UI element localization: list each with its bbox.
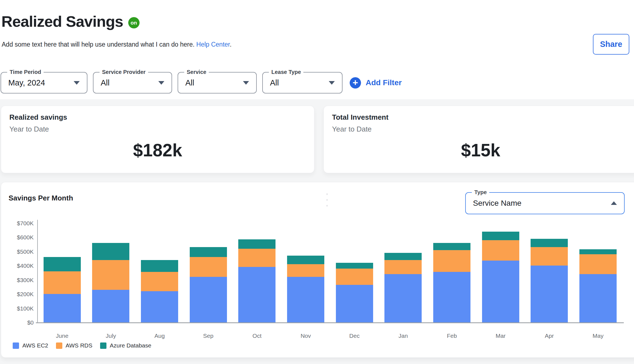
- legend-item[interactable]: AWS EC2: [13, 342, 48, 349]
- bar-segment[interactable]: [336, 269, 373, 285]
- stacked-bar-apr[interactable]: [531, 239, 568, 322]
- bar-segment[interactable]: [482, 232, 519, 240]
- bar-segment[interactable]: [287, 256, 324, 264]
- stacked-bar-mar[interactable]: [482, 232, 519, 322]
- bar-segment[interactable]: [190, 277, 227, 322]
- legend-swatch: [13, 342, 19, 349]
- card-value: $182k: [9, 140, 306, 160]
- stacked-bar-july[interactable]: [92, 243, 129, 322]
- bar-segment[interactable]: [433, 250, 470, 272]
- subtitle-suffix: .: [230, 41, 231, 48]
- x-tick-label: July: [87, 333, 135, 339]
- lease-type-value: All: [270, 78, 279, 87]
- bar-plot: [38, 223, 622, 322]
- stacked-bar-aug[interactable]: [141, 260, 178, 322]
- bar-segment[interactable]: [141, 272, 178, 291]
- x-tick-label: Oct: [233, 333, 281, 339]
- lease-type-select[interactable]: Lease Type All: [262, 72, 343, 93]
- add-filter-button[interactable]: + Add Filter: [350, 77, 402, 89]
- legend-item[interactable]: Azure Database: [100, 342, 151, 349]
- service-provider-select[interactable]: Service Provider All: [93, 72, 172, 93]
- bar-segment[interactable]: [531, 247, 568, 266]
- card-title: Realized savings: [9, 113, 306, 122]
- stacked-bar-dec[interactable]: [336, 263, 373, 322]
- x-tick-label: Sep: [184, 333, 232, 339]
- bar-segment[interactable]: [433, 272, 470, 322]
- bar-segment[interactable]: [579, 249, 617, 254]
- bar-segment[interactable]: [141, 291, 178, 322]
- stacked-bar-june[interactable]: [44, 257, 81, 322]
- legend-label: Azure Database: [110, 342, 151, 349]
- kebab-menu-icon[interactable]: [324, 192, 330, 208]
- bar-segment[interactable]: [44, 294, 81, 322]
- help-center-link[interactable]: Help Center: [196, 41, 230, 48]
- bar-segment[interactable]: [238, 249, 275, 267]
- bar-segment[interactable]: [92, 290, 129, 322]
- x-axis-labels: JuneJulyAugSepOctNovDecJanFebMarAprMay: [38, 333, 622, 339]
- bar-segment[interactable]: [384, 260, 422, 274]
- bar-segment[interactable]: [92, 243, 129, 260]
- time-period-value: May, 2024: [8, 78, 45, 87]
- card-subtitle: Year to Date: [332, 125, 629, 133]
- realized-savings-card: Realized savings Year to Date $182k: [1, 106, 314, 173]
- bar-segment[interactable]: [287, 277, 324, 322]
- chevron-down-icon: [158, 81, 164, 85]
- bar-segment[interactable]: [531, 239, 568, 247]
- bar-segment[interactable]: [238, 239, 275, 248]
- y-tick-label: $0: [1, 319, 34, 326]
- bar-segment[interactable]: [287, 264, 324, 277]
- stacked-bar-may[interactable]: [579, 249, 617, 322]
- chart-title: Savings Per Month: [9, 194, 73, 202]
- type-select[interactable]: Type Service Name: [465, 192, 625, 214]
- bar-segment[interactable]: [579, 254, 617, 274]
- card-title: Total Investment: [332, 113, 629, 122]
- stacked-bar-feb[interactable]: [433, 243, 470, 322]
- y-tick-label: $500K: [1, 248, 34, 255]
- y-tick-label: $300K: [1, 277, 34, 283]
- time-period-label: Time Period: [7, 69, 44, 75]
- bar-segment[interactable]: [92, 260, 129, 290]
- x-tick-label: Apr: [525, 333, 574, 339]
- legend-label: AWS EC2: [22, 342, 48, 349]
- bar-segment[interactable]: [336, 263, 373, 269]
- x-tick-label: Aug: [135, 333, 184, 339]
- service-select[interactable]: Service All: [178, 72, 257, 93]
- y-tick-label: $600K: [1, 234, 34, 241]
- legend-label: AWS RDS: [66, 342, 92, 349]
- bar-segment[interactable]: [433, 243, 470, 250]
- x-tick-label: Dec: [330, 333, 379, 339]
- service-value: All: [185, 78, 194, 87]
- bar-segment[interactable]: [238, 267, 275, 322]
- stacked-bar-sep[interactable]: [190, 247, 227, 322]
- x-axis-line: [36, 322, 624, 323]
- bar-segment[interactable]: [44, 271, 81, 294]
- bar-segment[interactable]: [190, 257, 227, 277]
- on-toggle-badge[interactable]: on: [128, 17, 140, 28]
- realized-savings-page: Realized Savings on Add some text here t…: [0, 0, 634, 364]
- time-period-select[interactable]: Time Period May, 2024: [1, 72, 87, 93]
- chevron-up-icon: [611, 201, 617, 205]
- chevron-down-icon: [74, 81, 80, 85]
- bar-segment[interactable]: [141, 260, 178, 272]
- add-filter-label: Add Filter: [366, 78, 402, 87]
- stacked-bar-nov[interactable]: [287, 256, 324, 322]
- bar-segment[interactable]: [531, 266, 568, 322]
- service-provider-label: Service Provider: [100, 69, 148, 75]
- stacked-bar-jan[interactable]: [384, 253, 422, 322]
- bar-segment[interactable]: [482, 240, 519, 261]
- bar-segment[interactable]: [482, 261, 519, 322]
- share-button[interactable]: Share: [593, 34, 629, 55]
- legend-item[interactable]: AWS RDS: [56, 342, 92, 349]
- bar-segment[interactable]: [384, 274, 422, 322]
- legend-swatch: [56, 342, 62, 349]
- bar-segment[interactable]: [579, 274, 617, 322]
- stacked-bar-oct[interactable]: [238, 239, 275, 322]
- bar-segment[interactable]: [190, 247, 227, 257]
- filter-bar: Time Period May, 2024 Service Provider A…: [1, 72, 402, 93]
- bar-segment[interactable]: [384, 253, 422, 260]
- total-investment-card: Total Investment Year to Date $15k: [323, 106, 634, 173]
- bar-segment[interactable]: [44, 257, 81, 271]
- bar-segment[interactable]: [336, 285, 373, 322]
- chevron-down-icon: [243, 81, 249, 85]
- page-title: Realized Savings: [1, 12, 123, 30]
